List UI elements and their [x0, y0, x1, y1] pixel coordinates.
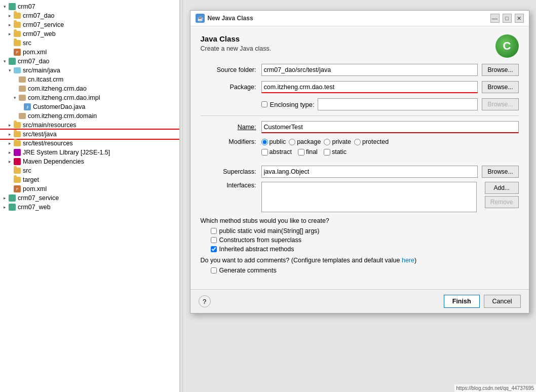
interfaces-remove-button[interactable]: Remove [485, 196, 519, 208]
finish-button[interactable]: Finish [444, 295, 480, 308]
package-input[interactable] [261, 81, 478, 93]
maximize-button[interactable]: □ [503, 14, 512, 23]
stub1-item[interactable]: public static void main(String[] args) [211, 227, 519, 234]
help-button[interactable]: ? [199, 295, 211, 307]
name-label: Name: [201, 124, 261, 131]
folder-icon [13, 12, 21, 20]
package-label: Package: [201, 84, 261, 91]
modifier-private-option[interactable]: private [324, 138, 351, 145]
modifier-protected-option[interactable]: protected [354, 138, 389, 145]
stub3-item[interactable]: Inherited abstract methods [211, 246, 519, 253]
comments-check-item[interactable]: Generate comments [211, 267, 519, 274]
project-icon [8, 203, 16, 211]
package-icon [18, 94, 26, 102]
stub3-checkbox[interactable] [211, 246, 217, 252]
tree-item-cn-itcast[interactable]: cn.itcast.crm [0, 75, 179, 84]
arrow-icon [2, 4, 7, 9]
tree-item-src-top[interactable]: src [0, 166, 179, 175]
tree-item-com-itzheng-dao-impl[interactable]: com.itzheng.crm.dao.impl [0, 93, 179, 102]
arrow-icon [7, 141, 12, 146]
java-file-icon: J [23, 103, 31, 111]
tree-item-crm07[interactable]: crm07 [0, 2, 179, 11]
jre-icon [13, 148, 21, 156]
dialog-controls[interactable]: — □ ✕ [490, 14, 524, 23]
cancel-button[interactable]: Cancel [484, 295, 521, 308]
tree-item-crm07web-child[interactable]: crm07_web [0, 29, 179, 38]
maven-icon [13, 158, 21, 166]
enclosing-type-checkbox[interactable] [261, 101, 267, 107]
arrow-icon [7, 13, 12, 18]
tree-item-src-test-resources[interactable]: src/test/resources [0, 139, 179, 148]
tree-item-com-itzheng-dao[interactable]: com.itzheng.crm.dao [0, 84, 179, 93]
arrow-icon [7, 159, 12, 164]
arrow-icon [7, 68, 12, 73]
modifiers-label: Modifiers: [201, 138, 261, 145]
tree-item-pom2[interactable]: P pom.xml [0, 184, 179, 193]
tree-item-crm07web[interactable]: crm07_web [0, 203, 179, 212]
source-folder-input[interactable] [261, 64, 478, 76]
tree-item-src-test-java[interactable]: src/test/java [0, 130, 179, 139]
tree-item-src-main-resources[interactable]: src/main/resources [0, 121, 179, 130]
tree-item-crm07dao[interactable]: crm07_dao [0, 57, 179, 66]
modifier-public-option[interactable]: public [261, 138, 286, 145]
minimize-button[interactable]: — [490, 14, 500, 23]
interfaces-add-button[interactable]: Add... [485, 182, 519, 194]
tree-item-pom1[interactable]: P pom.xml [0, 48, 179, 57]
interfaces-input[interactable] [261, 182, 477, 212]
modifier-static-option[interactable]: static [324, 148, 347, 155]
tree-item-target[interactable]: target [0, 175, 179, 184]
modifier-static-checkbox[interactable] [324, 149, 330, 155]
stub1-checkbox[interactable] [211, 228, 217, 234]
enclosing-type-content: Enclosing type: Browse... [261, 98, 519, 110]
source-folder-browse-button[interactable]: Browse... [482, 64, 518, 76]
stub2-item[interactable]: Constructors from superclass [211, 237, 519, 244]
tree-item-crm07service-child[interactable]: crm07_service [0, 20, 179, 29]
superclass-label: Superclass: [201, 168, 261, 175]
folder-icon [13, 39, 21, 47]
tree-item-customerdao-java[interactable]: J CustomerDao.java [0, 102, 179, 111]
ide-tree-panel[interactable]: crm07 crm07_dao crm07_service crm07_web … [0, 0, 180, 392]
folder-icon [13, 21, 21, 29]
source-folder-row: Source folder: Browse... [201, 64, 519, 76]
modifier-abstract-checkbox[interactable] [261, 149, 268, 155]
tree-item-maven-deps[interactable]: Maven Dependencies [0, 157, 179, 166]
status-bar-url: https://blog.csdn.net/qq_44737695 [454, 384, 536, 392]
modifier-final-checkbox[interactable] [298, 149, 304, 155]
dialog-footer: ? Finish Cancel [190, 289, 529, 313]
modifier-protected-radio[interactable] [354, 139, 361, 145]
interfaces-label: Interfaces: [201, 182, 261, 189]
modifier-final-option[interactable]: final [298, 148, 318, 155]
name-input[interactable] [261, 121, 519, 133]
tree-item-com-itzheng-domain[interactable]: com.itzheng.crm.domain [0, 111, 179, 121]
tree-item-crm07service[interactable]: crm07_service [0, 193, 179, 203]
arrow-icon [7, 123, 12, 128]
tree-item-crm07dao-child[interactable]: crm07_dao [0, 11, 179, 20]
tree-item-src-main-java[interactable]: src/main/java [0, 66, 179, 75]
comments-here-link[interactable]: here [402, 257, 414, 264]
tree-item-src-child[interactable]: src [0, 38, 179, 48]
package-browse-button[interactable]: Browse... [482, 81, 518, 93]
package-icon [18, 112, 26, 120]
dialog-title: New Java Class [208, 15, 490, 22]
dialog-title-icon: ☕ [196, 14, 205, 23]
superclass-input[interactable] [261, 166, 478, 178]
project-icon [8, 194, 16, 202]
close-button[interactable]: ✕ [515, 14, 524, 23]
modifier-package-option[interactable]: package [289, 138, 321, 145]
stub2-checkbox[interactable] [211, 237, 217, 243]
modifier-private-radio[interactable] [324, 139, 330, 145]
modifier-abstract-option[interactable]: abstract [261, 148, 292, 155]
comments-checkbox[interactable] [211, 267, 217, 273]
dialog-overlay: ☕ New Java Class — □ ✕ Java Class Create… [183, 0, 536, 392]
stubs-title: Which method stubs would you like to cre… [201, 217, 519, 224]
modifier-package-radio[interactable] [289, 139, 295, 145]
arrow-icon [7, 22, 12, 27]
superclass-browse-button[interactable]: Browse... [482, 166, 518, 178]
enclosing-type-browse-button[interactable]: Browse... [482, 98, 518, 110]
enclosing-type-input[interactable] [318, 98, 478, 110]
project-icon [8, 3, 16, 11]
folder-icon [13, 130, 21, 138]
modifier-public-radio[interactable] [261, 139, 268, 145]
comments-section: Do you want to add comments? (Configure … [201, 257, 519, 274]
tree-item-jre[interactable]: JRE System Library [J2SE-1.5] [0, 148, 179, 157]
